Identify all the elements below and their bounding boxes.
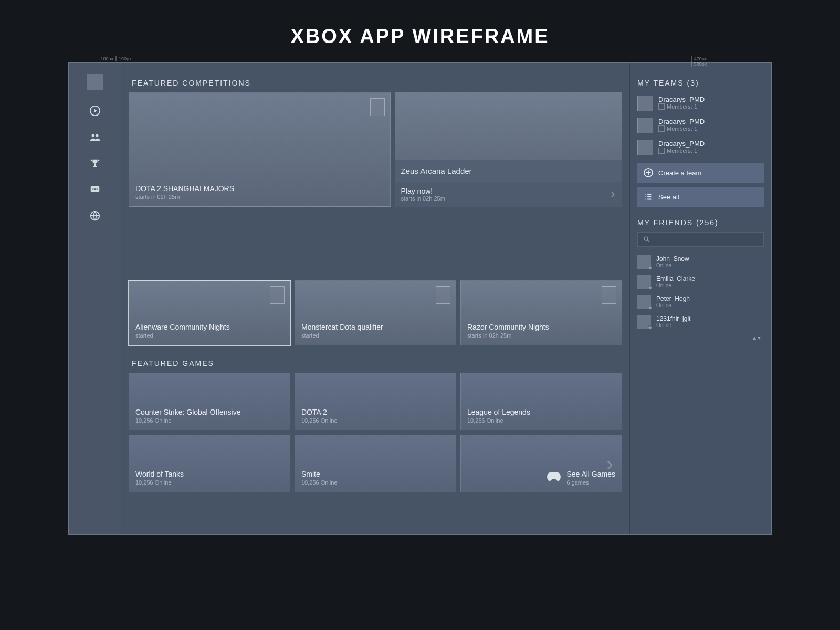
promo-sub: starts in 02h 25m	[401, 195, 616, 202]
friend-status: Online	[656, 282, 695, 288]
search-icon	[643, 236, 650, 243]
tile-sub: 10,256 Online	[135, 417, 284, 424]
tile-title: DOTA 2	[301, 408, 449, 416]
game-icon	[658, 125, 665, 132]
badge-icon	[270, 286, 285, 304]
plus-circle-icon	[644, 168, 653, 177]
see-all-sub: 6 games	[566, 479, 615, 486]
team-avatar	[637, 96, 653, 111]
see-all-teams-button[interactable]: See all	[637, 187, 764, 207]
team-item[interactable]: Dracarys_PMD Members: 1	[637, 114, 764, 136]
svg-point-1	[91, 134, 94, 138]
featured-competitions-header: FEATURED COMPETITIONS	[132, 79, 622, 87]
team-avatar	[637, 140, 653, 155]
team-item[interactable]: Dracarys_PMD Members: 1	[637, 136, 764, 159]
team-name: Dracarys_PMD	[658, 118, 705, 125]
svg-point-6	[644, 237, 648, 240]
friend-status: Online	[656, 302, 690, 308]
status-dot-icon	[648, 306, 652, 310]
status-dot-icon	[648, 266, 652, 270]
page-title: XBOX APP WIREFRAME	[0, 0, 840, 62]
tile-title: Counter Strike: Global Offensive	[135, 408, 284, 416]
tile-title: League of Legends	[467, 408, 615, 416]
tile-title: Smite	[301, 470, 449, 478]
team-name: Dracarys_PMD	[658, 96, 705, 103]
chevron-right-icon: ›	[606, 452, 613, 476]
friend-avatar	[637, 255, 651, 269]
friend-item[interactable]: John_SnowOnline	[637, 252, 764, 272]
friend-avatar	[637, 315, 651, 329]
tile-sub: started	[135, 332, 284, 339]
avatar-box[interactable]	[87, 74, 103, 90]
my-friends-header: MY FRIENDS (256)	[637, 218, 764, 227]
ruler-seg: 100px	[98, 56, 116, 61]
game-tile[interactable]: DOTA 2 10,256 Online	[295, 373, 456, 430]
tile-sub: 10,256 Online	[467, 417, 615, 424]
friend-status: Online	[656, 322, 690, 328]
competitions-row: Alienware Community Nights started Monst…	[129, 280, 622, 345]
chevron-right-icon: ›	[611, 187, 615, 201]
game-icon	[658, 148, 665, 154]
chat-icon[interactable]	[89, 184, 101, 195]
svg-point-2	[95, 134, 98, 138]
game-tile[interactable]: World of Tanks 10,256 Online	[129, 435, 290, 492]
team-meta: Members: 1	[667, 148, 697, 154]
tile-title: Razor Community Nights	[467, 323, 615, 331]
see-all-teams-label: See all	[658, 193, 679, 201]
sidebar	[69, 63, 121, 534]
tile-sub: started	[301, 332, 449, 339]
game-icon	[658, 103, 665, 110]
friend-name: Emilia_Clarke	[656, 275, 695, 282]
competitions-grid: DOTA 2 SHANGHAI MAJORS starts in 02h 25m…	[129, 92, 622, 276]
main-content: FEATURED COMPETITIONS DOTA 2 SHANGHAI MA…	[121, 63, 629, 534]
controller-icon	[547, 472, 561, 483]
promo-tile[interactable]: Zeus Arcana Ladder Play now! starts in 0…	[395, 92, 622, 207]
game-tile[interactable]: Smite 10,256 Online	[295, 435, 456, 492]
see-all-games-tile[interactable]: See All Games 6 games ›	[460, 435, 622, 492]
team-meta: Members: 1	[667, 103, 697, 110]
ruler-seg: 470px	[691, 56, 710, 61]
hero-competition-tile[interactable]: DOTA 2 SHANGHAI MAJORS starts in 02h 25m	[129, 92, 391, 207]
play-icon[interactable]	[89, 105, 101, 117]
my-teams-header: MY TEAMS (3)	[637, 79, 764, 87]
badge-icon	[370, 98, 385, 116]
game-tile[interactable]: Counter Strike: Global Offensive 10,256 …	[129, 373, 290, 430]
team-item[interactable]: Dracarys_PMD Members: 1	[637, 92, 764, 114]
ruler-right: 470px500px	[629, 56, 771, 61]
game-tile[interactable]: League of Legends 10,256 Online	[460, 373, 622, 430]
featured-games-header: FEATURED GAMES	[132, 359, 622, 368]
friend-name: 1231fhir_jgit	[656, 315, 690, 322]
ruler-seg: 500px	[691, 61, 710, 67]
hero-title: DOTA 2 SHANGHAI MAJORS	[135, 184, 384, 193]
tile-title: Monstercat Dota qualifier	[301, 323, 449, 331]
friend-item[interactable]: Peter_HeghOnline	[637, 292, 764, 312]
tile-sub: 10,256 Online	[301, 479, 449, 486]
list-icon	[644, 192, 653, 202]
competition-tile[interactable]: Monstercat Dota qualifier started	[295, 280, 456, 345]
games-grid: Counter Strike: Global Offensive 10,256 …	[129, 373, 622, 492]
tile-sub: starts in 02h 25m	[467, 332, 615, 339]
status-dot-icon	[648, 326, 652, 330]
badge-icon	[436, 286, 450, 304]
promo-title: Zeus Arcana Ladder	[401, 166, 616, 175]
right-sidebar: MY TEAMS (3) Dracarys_PMD Members: 1 Dra…	[629, 63, 771, 534]
friend-avatar	[637, 275, 651, 289]
status-dot-icon	[648, 286, 652, 290]
team-meta: Members: 1	[667, 125, 697, 132]
friend-item[interactable]: 1231fhir_jgitOnline	[637, 312, 764, 332]
friends-search-input[interactable]	[637, 232, 764, 247]
globe-icon[interactable]	[89, 210, 101, 222]
friend-item[interactable]: Emilia_ClarkeOnline	[637, 272, 764, 292]
friends-icon[interactable]	[89, 131, 101, 143]
create-team-button[interactable]: Create a team	[637, 163, 764, 183]
team-name: Dracarys_PMD	[658, 140, 705, 148]
friend-name: Peter_Hegh	[656, 295, 690, 302]
hero-sub: starts in 02h 25m	[135, 194, 384, 200]
trophy-icon[interactable]	[89, 158, 101, 169]
tile-sub: 10,256 Online	[301, 417, 449, 424]
competition-tile[interactable]: Alienware Community Nights started	[129, 280, 290, 345]
app-frame: 100px190px 470px500px FEATURED COMPETITI…	[68, 62, 772, 535]
competition-tile[interactable]: Razor Community Nights starts in 02h 25m	[460, 280, 622, 345]
friends-pager[interactable]: ▴ ▾	[637, 332, 764, 343]
friend-status: Online	[656, 262, 689, 268]
